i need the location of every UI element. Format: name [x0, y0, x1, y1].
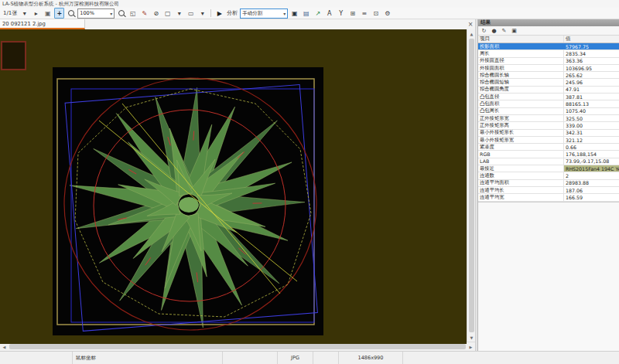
table-row[interactable]: 紧凑度0.66	[478, 144, 619, 151]
table-row[interactable]: 外接圆直径363.36	[478, 58, 619, 65]
property-value: 47.91	[564, 87, 619, 93]
image-viewport[interactable]	[0, 29, 467, 344]
table-row[interactable]: 凸包直径387.81	[478, 94, 619, 100]
property-value: 245.96	[564, 79, 619, 85]
fit-view-icon[interactable]: ◱	[128, 8, 138, 19]
save-results-icon[interactable]: ▣	[511, 27, 518, 34]
horizontal-scroll-thumb[interactable]	[9, 344, 466, 349]
exclude-region-icon[interactable]: ⊘	[151, 8, 161, 19]
table-row[interactable]: 凸包面积88165.13	[478, 100, 619, 107]
property-value: 88165.13	[564, 100, 619, 107]
canvas-row: ▲ ▼	[0, 29, 475, 342]
clear-results-icon[interactable]: ●	[491, 27, 498, 34]
analyze-play-icon[interactable]: ▶	[214, 8, 224, 19]
property-label: 最小外接矩形宽	[478, 137, 564, 143]
image-tool-icon[interactable]: ▣	[289, 8, 299, 19]
property-value: 2	[564, 172, 619, 179]
title-bar: LA-S植物表型分析系统 - 杭州万深检测科技有限公司	[0, 0, 619, 8]
rect-shape-dropdown-icon[interactable]: ▾	[174, 8, 184, 19]
table-row[interactable]: 最小外接矩形长342.31	[478, 130, 619, 137]
grid-tool-icon[interactable]: ⊞	[347, 8, 357, 19]
zoom-in-icon[interactable]	[116, 8, 126, 19]
table-row[interactable]: 正外接矩形高339.00	[478, 122, 619, 129]
property-label: 凸包面积	[478, 100, 564, 107]
chart-tool-icon[interactable]: ↗	[313, 8, 323, 19]
pan-tool-icon[interactable]: +	[54, 8, 64, 19]
status-spacer	[223, 352, 278, 364]
property-value: 265.62	[564, 72, 619, 78]
table-row[interactable]: 连通平均面积28983.88	[478, 180, 619, 187]
navigator-thumbnail[interactable]	[2, 42, 26, 70]
image-tab[interactable]: 20 092121 2.jpg	[0, 19, 85, 29]
image-resolution: 1486x990	[339, 352, 403, 364]
copy-image-icon[interactable]: ▣	[43, 8, 53, 19]
status-spacer-2	[313, 352, 339, 364]
property-label: 紧凑度	[478, 144, 564, 150]
ellipse-shape-icon[interactable]: ▭	[186, 8, 196, 19]
table-row[interactable]: 连通数2	[478, 172, 619, 179]
image-format: JPG	[278, 352, 313, 364]
property-label: 正外接矩形宽	[478, 115, 564, 121]
edit-results-icon[interactable]: ✎	[501, 27, 508, 34]
property-label: 投影面积	[478, 43, 564, 49]
segmentation-mode-select[interactable]: 手动分割▾	[240, 9, 288, 19]
property-label: 最小外接矩形长	[478, 130, 564, 136]
table-row[interactable]: 正外接矩形宽325.50	[478, 115, 619, 122]
property-label: LAB	[478, 158, 564, 165]
canvas-column: 20 092121 2.jpg ×	[0, 19, 475, 351]
y-axis-tool-icon[interactable]: Y	[336, 8, 346, 19]
mouse-position: 鼠标坐标	[73, 352, 223, 364]
property-value: 325.50	[564, 115, 619, 121]
dropdown-caret-icon: ▾	[283, 11, 286, 16]
status-bar: 鼠标坐标JPG1486x990	[0, 351, 619, 364]
property-value: 0.66	[564, 144, 619, 150]
rect-shape-icon[interactable]: ▢	[162, 8, 173, 19]
table-row[interactable]: 拟合椭圆短轴245.96	[478, 79, 619, 86]
table-row[interactable]: 外接圆面积103696.95	[478, 65, 619, 72]
tab-bar: 20 092121 2.jpg ×	[0, 19, 475, 29]
property-value: 103696.95	[564, 65, 619, 71]
column-header-value: 值	[564, 36, 619, 43]
property-value: 363.36	[564, 58, 619, 64]
refresh-results-icon[interactable]: ↻	[480, 27, 487, 34]
table-row[interactable]: 拟合椭圆角度47.91	[478, 87, 619, 94]
property-label: 连通平均长	[478, 187, 564, 193]
zoom-out-icon[interactable]	[66, 8, 76, 19]
table-row[interactable]: LAB73.99,-9.17,15.08	[478, 158, 619, 165]
analysis-canvas[interactable]	[0, 29, 467, 344]
results-panel-toolbar: ↻●✎▣	[478, 26, 619, 36]
table-row[interactable]: RGB176,188,154	[478, 151, 619, 158]
table-row[interactable]: 投影面积57967.75	[478, 43, 619, 50]
property-label: 周长	[478, 50, 564, 56]
list-tool-icon[interactable]: ≡	[359, 8, 369, 19]
property-value: 342.31	[564, 130, 619, 136]
property-value: 187.06	[564, 187, 619, 193]
export-tool-icon[interactable]: ⊡	[371, 8, 381, 19]
toolbar-separator	[210, 9, 211, 17]
table-row[interactable]: 连通平均宽166.59	[478, 194, 619, 201]
table-row[interactable]: 连通平均长187.06	[478, 187, 619, 194]
page-dropdown-icon[interactable]: ▾	[19, 8, 29, 19]
property-label: RGB	[478, 151, 564, 157]
status-blank	[0, 352, 73, 364]
property-value: RHS2015Fan4 194C Yellow	[564, 165, 619, 172]
vertical-scroll-thumb[interactable]	[469, 39, 474, 332]
page-indicator: 1/1张	[2, 9, 18, 17]
table-row[interactable]: 最小外接矩形宽321.12	[478, 137, 619, 144]
settings-gear-icon[interactable]: ⚙	[382, 8, 392, 19]
font-tool-icon[interactable]: A	[324, 8, 334, 19]
next-image-icon[interactable]: ▸	[31, 8, 41, 19]
ellipse-shape-dropdown-icon[interactable]: ▾	[197, 8, 207, 19]
table-row[interactable]: 周长2835.34	[478, 50, 619, 57]
table-row[interactable]: 最接近RHS2015Fan4 194C Yellow	[478, 165, 619, 172]
table-row[interactable]: 凸包周长1075.40	[478, 108, 619, 115]
property-value: 57967.75	[564, 43, 619, 49]
report-doc-icon[interactable]: ▤	[301, 8, 311, 19]
close-tab-icon[interactable]: ×	[466, 19, 475, 29]
zoom-level-select[interactable]: 100%▾	[77, 9, 115, 19]
property-value: 166.59	[564, 194, 619, 200]
property-label: 拟合椭圆长轴	[478, 72, 564, 78]
table-row[interactable]: 拟合椭圆长轴265.62	[478, 72, 619, 79]
edit-pencil-icon[interactable]: ✎	[139, 8, 149, 19]
scroll-right-icon[interactable]: ▶	[467, 342, 475, 351]
